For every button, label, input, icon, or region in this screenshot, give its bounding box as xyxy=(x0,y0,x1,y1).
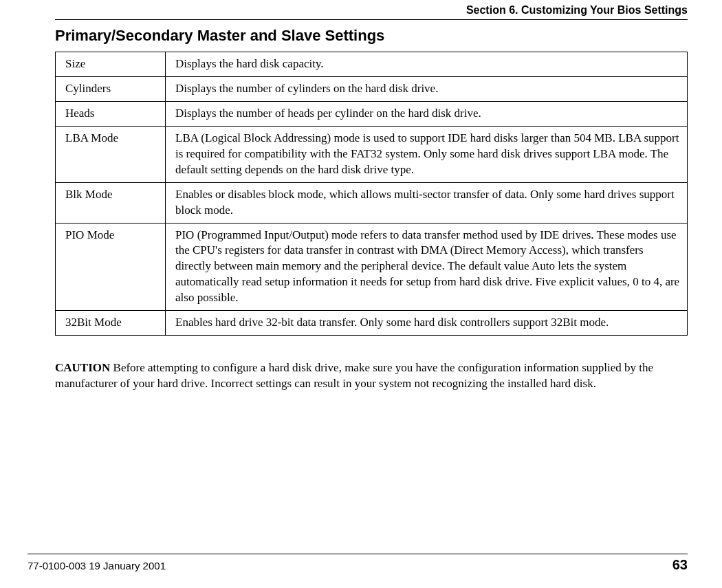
setting-name: LBA Mode xyxy=(56,126,166,182)
running-head: Section 6. Customizing Your Bios Setting… xyxy=(55,0,688,19)
setting-desc: PIO (Programmed Input/Output) mode refer… xyxy=(166,223,688,311)
setting-desc: Enables hard drive 32-bit data transfer.… xyxy=(166,311,688,336)
table-row: LBA Mode LBA (Logical Block Addressing) … xyxy=(56,126,688,182)
setting-desc: Displays the number of heads per cylinde… xyxy=(166,101,688,126)
setting-name: Blk Mode xyxy=(56,182,166,223)
caution-paragraph: CAUTION Before attempting to configure a… xyxy=(55,360,688,392)
footer-page-number: 63 xyxy=(672,557,688,573)
caution-text: Before attempting to configure a hard di… xyxy=(55,361,653,390)
table-row: Cylinders Displays the number of cylinde… xyxy=(56,76,688,101)
setting-name: Heads xyxy=(56,101,166,126)
setting-name: Cylinders xyxy=(56,76,166,101)
setting-name: Size xyxy=(56,52,166,77)
setting-name: 32Bit Mode xyxy=(56,311,166,336)
setting-desc: Displays the number of cylinders on the … xyxy=(166,76,688,101)
page-footer: 77-0100-003 19 January 2001 63 xyxy=(0,554,722,573)
section-title: Primary/Secondary Master and Slave Setti… xyxy=(55,27,688,45)
caution-label: CAUTION xyxy=(55,361,110,374)
table-row: PIO Mode PIO (Programmed Input/Output) m… xyxy=(56,223,688,311)
setting-name: PIO Mode xyxy=(56,223,166,311)
table-row: 32Bit Mode Enables hard drive 32-bit dat… xyxy=(56,311,688,336)
footer-doc-id: 77-0100-003 19 January 2001 xyxy=(28,560,166,571)
table-row: Size Displays the hard disk capacity. xyxy=(56,52,688,77)
settings-table: Size Displays the hard disk capacity. Cy… xyxy=(55,52,688,336)
setting-desc: LBA (Logical Block Addressing) mode is u… xyxy=(166,126,688,182)
table-row: Heads Displays the number of heads per c… xyxy=(56,101,688,126)
table-row: Blk Mode Enables or disables block mode,… xyxy=(56,182,688,223)
setting-desc: Displays the hard disk capacity. xyxy=(166,52,688,77)
setting-desc: Enables or disables block mode, which al… xyxy=(166,182,688,223)
footer-rule xyxy=(28,554,688,554)
header-rule xyxy=(55,19,688,20)
